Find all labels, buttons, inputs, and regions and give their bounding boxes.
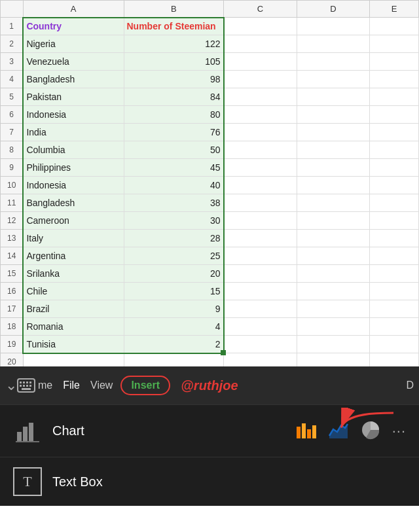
cell-country[interactable]: Nigeria	[23, 35, 124, 53]
cell-country[interactable]: Tunisia	[23, 336, 124, 353]
cell-number[interactable]: 2	[124, 336, 224, 353]
table-row[interactable]: 9Philippines45	[1, 159, 419, 177]
cell-empty[interactable]	[224, 265, 297, 283]
cell-empty[interactable]	[224, 159, 297, 177]
table-row[interactable]: 3Venezuela105	[1, 53, 419, 71]
cell-empty[interactable]	[297, 230, 370, 247]
cell-empty[interactable]	[370, 141, 419, 159]
cell-empty[interactable]	[224, 177, 297, 194]
cell-empty[interactable]	[297, 106, 370, 124]
cell-empty[interactable]	[297, 177, 370, 194]
cell-empty[interactable]	[370, 177, 419, 194]
cell-empty[interactable]	[297, 35, 370, 53]
cell-empty[interactable]	[297, 353, 370, 367]
cell-country[interactable]: Bangladesh	[23, 194, 124, 212]
cell-empty[interactable]	[370, 300, 419, 318]
dropdown-button[interactable]: ⌄	[5, 377, 17, 394]
cell-country[interactable]: India	[23, 124, 124, 141]
insert-button[interactable]: Insert	[120, 376, 170, 395]
file-tab[interactable]: File	[63, 380, 80, 391]
cell-country[interactable]: Bangladesh	[23, 71, 124, 88]
cell-country[interactable]: Columbia	[23, 141, 124, 159]
cell-empty[interactable]	[370, 18, 419, 35]
table-row[interactable]: 13Italy28	[1, 230, 419, 247]
cell-empty[interactable]	[370, 265, 419, 283]
cell-empty[interactable]	[297, 318, 370, 336]
table-row[interactable]: 10Indonesia40	[1, 177, 419, 194]
cell-number[interactable]: 122	[124, 35, 224, 53]
cell-empty[interactable]	[224, 124, 297, 141]
table-row[interactable]: 15Srilanka20	[1, 265, 419, 283]
cell-empty[interactable]	[297, 247, 370, 265]
cell-empty[interactable]	[297, 141, 370, 159]
cell-empty[interactable]	[224, 300, 297, 318]
cell-country[interactable]: Argentina	[23, 247, 124, 265]
cell-empty[interactable]	[224, 53, 297, 71]
cell-empty[interactable]	[224, 141, 297, 159]
cell-country[interactable]: Brazil	[23, 300, 124, 318]
cell-empty[interactable]	[297, 18, 370, 35]
cell-number[interactable]: 30	[124, 212, 224, 230]
cell-empty[interactable]	[297, 194, 370, 212]
cell-country[interactable]: Indonesia	[23, 177, 124, 194]
view-tab[interactable]: View	[90, 380, 113, 391]
cell-empty[interactable]	[297, 88, 370, 106]
table-row[interactable]: 4Bangladesh98	[1, 71, 419, 88]
cell-country[interactable]: Romania	[23, 318, 124, 336]
cell-empty[interactable]	[224, 318, 297, 336]
table-row[interactable]: 1CountryNumber of Steemian	[1, 18, 419, 35]
bar-chart-icon[interactable]	[295, 420, 316, 442]
table-row[interactable]: 19Tunisia2	[1, 336, 419, 353]
cell-number[interactable]: 105	[124, 53, 224, 71]
table-row[interactable]: 14Argentina25	[1, 247, 419, 265]
table-row[interactable]: 16Chile15	[1, 283, 419, 300]
cell-empty[interactable]	[370, 212, 419, 230]
cell-empty[interactable]	[370, 353, 419, 367]
cell-empty[interactable]	[297, 283, 370, 300]
table-row[interactable]: 5Pakistan84	[1, 88, 419, 106]
col-header-d[interactable]: D	[297, 1, 370, 18]
table-row[interactable]: 6Indonesia80	[1, 106, 419, 124]
cell-empty[interactable]	[370, 247, 419, 265]
cell-empty[interactable]	[370, 53, 419, 71]
cell-number[interactable]: 40	[124, 177, 224, 194]
cell-country[interactable]: Srilanka	[23, 265, 124, 283]
table-row[interactable]: 8Columbia50	[1, 141, 419, 159]
cell-empty[interactable]	[224, 35, 297, 53]
table-row[interactable]: 20	[1, 353, 419, 367]
cell-number[interactable]: 25	[124, 247, 224, 265]
cell-country[interactable]: Venezuela	[23, 53, 124, 71]
cell-empty[interactable]	[297, 124, 370, 141]
cell-empty[interactable]	[370, 106, 419, 124]
cell-empty[interactable]	[224, 194, 297, 212]
cell-empty[interactable]	[297, 159, 370, 177]
cell-empty[interactable]	[224, 18, 297, 35]
home-tab[interactable]: me	[38, 380, 52, 391]
table-row[interactable]: 18Romania4	[1, 318, 419, 336]
cell-number[interactable]: 80	[124, 106, 224, 124]
col-header-a[interactable]: A	[23, 1, 124, 18]
cell-country[interactable]: Italy	[23, 230, 124, 247]
cell-country[interactable]	[23, 353, 124, 367]
cell-number[interactable]: 50	[124, 141, 224, 159]
cell-empty[interactable]	[224, 106, 297, 124]
cell-number[interactable]: Number of Steemian	[124, 18, 224, 35]
cell-empty[interactable]	[224, 212, 297, 230]
cell-empty[interactable]	[224, 230, 297, 247]
cell-empty[interactable]	[297, 300, 370, 318]
cell-empty[interactable]	[370, 283, 419, 300]
cell-number[interactable]: 45	[124, 159, 224, 177]
table-row[interactable]: 11Bangladesh38	[1, 194, 419, 212]
cell-empty[interactable]	[297, 71, 370, 88]
cell-number[interactable]: 15	[124, 283, 224, 300]
cell-empty[interactable]	[370, 230, 419, 247]
cell-number[interactable]: 9	[124, 300, 224, 318]
cell-empty[interactable]	[224, 71, 297, 88]
col-header-c[interactable]: C	[224, 1, 297, 18]
cell-empty[interactable]	[297, 336, 370, 353]
cell-empty[interactable]	[370, 318, 419, 336]
cell-country[interactable]: Indonesia	[23, 106, 124, 124]
col-header-e[interactable]: E	[370, 1, 419, 18]
cell-empty[interactable]	[297, 53, 370, 71]
cell-number[interactable]: 98	[124, 71, 224, 88]
